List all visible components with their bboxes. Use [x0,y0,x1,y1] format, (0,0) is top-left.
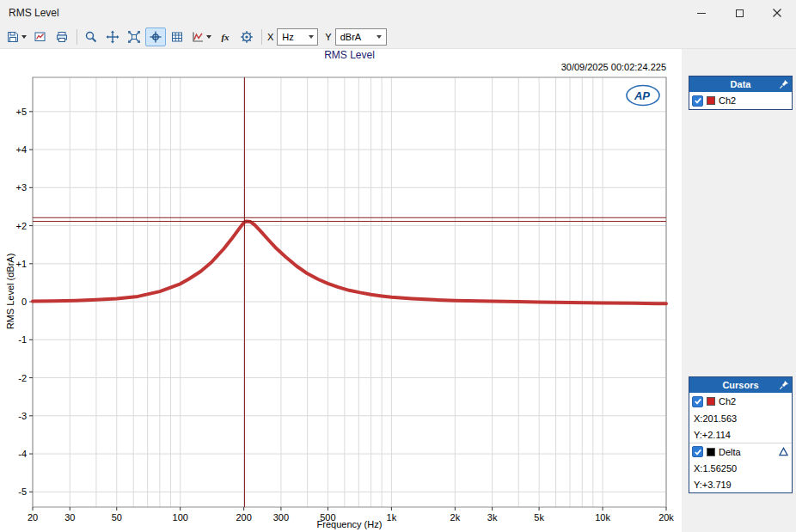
graph-style-button[interactable] [188,28,214,46]
chart-area: RMS Level 30/09/2025 00:02:24.225 RMS Le… [0,49,682,532]
minimize-button[interactable] [683,0,720,26]
crosshair-icon [149,30,162,44]
cursors-panel-title: Cursors [722,380,758,390]
svg-text:fx: fx [221,32,230,42]
data-panel-header[interactable]: Data [689,76,792,92]
save-icon [6,30,20,44]
plot-border [33,77,666,507]
close-button[interactable] [758,0,796,26]
x-axis-letter: X [267,32,273,42]
series-label: Delta [719,447,741,457]
plot-svg[interactable]: 2030501002003005001k2k3k5k10k20k+5+4+3+2… [0,49,682,532]
titlebar: RMS Level [0,0,796,26]
ch2-visibility-checkbox[interactable] [692,95,703,107]
x-units-value: Hz [282,32,293,42]
y-units-dropdown-icon [373,35,386,39]
close-icon [773,9,781,17]
print-icon [55,30,69,44]
function-button[interactable]: fx [215,28,236,46]
cursors-panel: Cursors Ch2X:201.563Y:+2.114DeltaX:1.562… [689,376,793,493]
dropdown-arrow-icon [21,35,27,39]
x-units-select[interactable]: Hz [277,28,318,46]
toolbar-buttons: fx [3,28,266,46]
y-tick-label: -1 [18,334,27,345]
data-panel-body: Ch2 [689,92,792,109]
right-dock: Data Ch2 Cursors Ch2X:201.563Y:+2.114Del… [682,49,796,532]
zoom-icon [84,30,98,44]
delta-visibility-checkbox[interactable] [692,446,703,457]
pin-icon[interactable] [779,380,789,390]
window-controls [683,0,796,26]
print-button[interactable] [52,28,72,46]
delta-cursor-y-value: Y:+3.719 [689,476,792,492]
series-ch2-curve [33,222,666,304]
toolbar: fx X Hz Y dBrA [0,26,796,49]
maximize-icon [736,9,744,17]
ap-logo-text: AP [634,89,650,102]
ch2-cursor-x-value: X:201.563 [689,410,792,426]
dropdown-arrow-icon [206,35,211,39]
settings-button[interactable] [236,28,257,46]
zoom-fit-icon [127,30,141,44]
y-units-select[interactable]: dBrA [335,28,387,46]
y-tick-label: +2 [15,221,27,231]
toolbar-separator [77,29,77,45]
series-label: Ch2 [719,396,736,407]
delta-cursor-x-value: X:1.56250 [689,460,792,476]
save-button[interactable] [3,28,29,46]
y-tick-label: -4 [18,449,27,459]
app-window: { "window": { "title": "RMS Level" }, "t… [0,0,796,532]
ch2-color-swatch [707,397,715,406]
y-tick-label: +4 [15,144,27,155]
legend-row-ch2: Ch2 [689,393,792,410]
y-tick-label: -5 [18,486,27,497]
toolbar-separator [261,29,262,45]
graph-style-icon [191,30,205,44]
x-axis-title: Frequency (Hz) [33,519,666,529]
cursors-panel-body: Ch2X:201.563Y:+2.114DeltaX:1.56250Y:+3.7… [689,393,792,492]
zoom-fit-button[interactable] [124,28,144,46]
copy-graph-button[interactable] [30,28,51,46]
function-icon: fx [218,30,232,44]
ch2-cursor-y-value: Y:+2.114 [689,426,792,443]
ap-logo: AP [624,83,664,107]
legend-row-delta: Delta [689,443,792,460]
y-tick-label: 0 [21,297,27,307]
maximize-button[interactable] [720,0,758,26]
data-table-button[interactable] [167,28,187,46]
pan-icon [106,30,119,44]
window-title: RMS Level [9,7,59,19]
y-tick-label: +3 [15,182,27,193]
legend-row-ch2: Ch2 [689,92,792,109]
data-panel: Data Ch2 [689,76,793,110]
ch2-visibility-checkbox[interactable] [692,396,703,407]
y-tick-label: -3 [18,411,27,421]
zoom-button[interactable] [81,28,101,46]
delta-color-swatch [707,448,715,456]
data-panel-title: Data [731,79,751,89]
pin-icon[interactable] [779,79,789,89]
cursors-panel-header[interactable]: Cursors [689,377,792,393]
ch2-color-swatch [707,96,715,105]
y-tick-label: +1 [15,259,27,269]
cursors-button[interactable] [145,28,166,46]
y-tick-label: -2 [18,373,27,383]
delta-icon [779,447,788,456]
copy-graph-icon [34,30,47,44]
series-label: Ch2 [719,95,736,106]
x-units-dropdown-icon [304,35,317,39]
y-units-value: dBrA [340,32,361,42]
gear-icon [240,30,254,44]
pan-button[interactable] [102,28,123,46]
y-tick-label: +5 [15,107,27,117]
minimize-icon [697,13,706,14]
y-axis-letter: Y [325,32,331,42]
data-table-icon [170,30,184,44]
